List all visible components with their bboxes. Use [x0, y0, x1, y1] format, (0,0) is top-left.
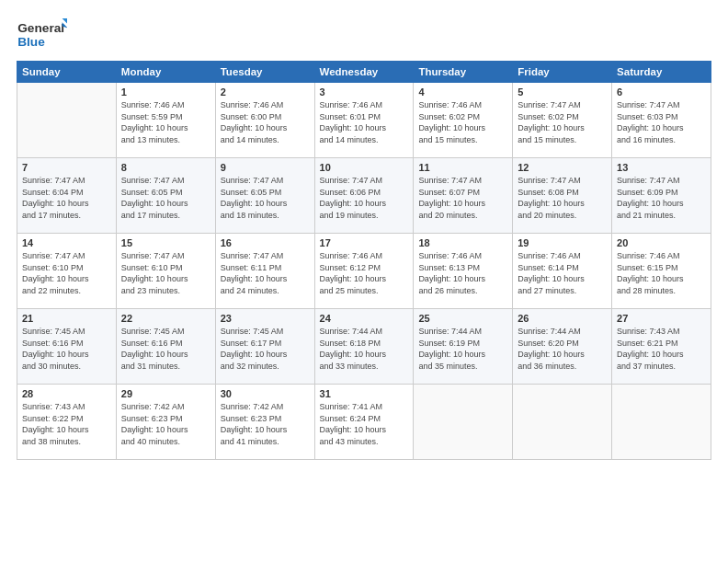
- calendar-cell: 21Sunrise: 7:45 AM Sunset: 6:16 PM Dayli…: [17, 309, 117, 385]
- day-info: Sunrise: 7:46 AM Sunset: 5:59 PM Dayligh…: [121, 99, 210, 145]
- calendar-cell: 7Sunrise: 7:47 AM Sunset: 6:04 PM Daylig…: [17, 158, 117, 234]
- day-header-tuesday: Tuesday: [215, 62, 314, 83]
- day-info: Sunrise: 7:47 AM Sunset: 6:04 PM Dayligh…: [22, 175, 111, 221]
- day-number: 15: [121, 237, 210, 248]
- day-info: Sunrise: 7:47 AM Sunset: 6:09 PM Dayligh…: [617, 175, 706, 221]
- calendar-cell: 3Sunrise: 7:46 AM Sunset: 6:01 PM Daylig…: [314, 83, 414, 158]
- day-info: Sunrise: 7:47 AM Sunset: 6:08 PM Dayligh…: [518, 175, 607, 221]
- calendar-cell: [414, 385, 513, 460]
- calendar-cell: 18Sunrise: 7:46 AM Sunset: 6:13 PM Dayli…: [414, 234, 513, 309]
- calendar: SundayMondayTuesdayWednesdayThursdayFrid…: [17, 61, 711, 460]
- calendar-cell: 19Sunrise: 7:46 AM Sunset: 6:14 PM Dayli…: [513, 234, 612, 309]
- calendar-cell: 17Sunrise: 7:46 AM Sunset: 6:12 PM Dayli…: [314, 234, 414, 309]
- day-number: 1: [121, 86, 210, 98]
- day-info: Sunrise: 7:46 AM Sunset: 6:00 PM Dayligh…: [221, 99, 310, 145]
- day-number: 2: [221, 86, 310, 98]
- day-number: 27: [617, 313, 706, 324]
- calendar-cell: 15Sunrise: 7:47 AM Sunset: 6:10 PM Dayli…: [116, 234, 215, 309]
- day-number: 16: [221, 237, 310, 248]
- day-info: Sunrise: 7:47 AM Sunset: 6:07 PM Dayligh…: [418, 175, 507, 221]
- day-number: 18: [418, 237, 507, 248]
- week-row-3: 14Sunrise: 7:47 AM Sunset: 6:10 PM Dayli…: [17, 234, 711, 309]
- day-info: Sunrise: 7:46 AM Sunset: 6:15 PM Dayligh…: [617, 250, 706, 296]
- day-number: 19: [518, 237, 607, 248]
- calendar-cell: 12Sunrise: 7:47 AM Sunset: 6:08 PM Dayli…: [513, 158, 612, 234]
- day-number: 28: [22, 388, 111, 399]
- calendar-cell: 16Sunrise: 7:47 AM Sunset: 6:11 PM Dayli…: [215, 234, 314, 309]
- day-info: Sunrise: 7:47 AM Sunset: 6:10 PM Dayligh…: [121, 250, 210, 296]
- page: General Blue SundayMondayTuesdayWednesda…: [0, 0, 728, 563]
- day-info: Sunrise: 7:42 AM Sunset: 6:23 PM Dayligh…: [221, 401, 310, 447]
- day-info: Sunrise: 7:42 AM Sunset: 6:23 PM Dayligh…: [121, 401, 210, 447]
- day-number: 30: [221, 388, 310, 399]
- day-number: 21: [22, 313, 111, 324]
- day-info: Sunrise: 7:44 AM Sunset: 6:18 PM Dayligh…: [320, 326, 409, 372]
- calendar-cell: [513, 385, 612, 460]
- calendar-cell: 30Sunrise: 7:42 AM Sunset: 6:23 PM Dayli…: [215, 385, 314, 460]
- calendar-cell: 27Sunrise: 7:43 AM Sunset: 6:21 PM Dayli…: [612, 309, 711, 385]
- day-info: Sunrise: 7:45 AM Sunset: 6:16 PM Dayligh…: [22, 326, 111, 372]
- calendar-cell: 6Sunrise: 7:47 AM Sunset: 6:03 PM Daylig…: [612, 83, 711, 158]
- day-number: 6: [617, 86, 706, 98]
- day-info: Sunrise: 7:47 AM Sunset: 6:05 PM Dayligh…: [121, 175, 210, 221]
- header-row: SundayMondayTuesdayWednesdayThursdayFrid…: [17, 62, 711, 83]
- calendar-cell: 26Sunrise: 7:44 AM Sunset: 6:20 PM Dayli…: [513, 309, 612, 385]
- calendar-cell: 13Sunrise: 7:47 AM Sunset: 6:09 PM Dayli…: [612, 158, 711, 234]
- calendar-cell: [612, 385, 711, 460]
- day-number: 29: [121, 388, 210, 399]
- calendar-cell: 4Sunrise: 7:46 AM Sunset: 6:02 PM Daylig…: [414, 83, 513, 158]
- day-number: 23: [221, 313, 310, 324]
- day-info: Sunrise: 7:46 AM Sunset: 6:13 PM Dayligh…: [418, 250, 507, 296]
- calendar-cell: 20Sunrise: 7:46 AM Sunset: 6:15 PM Dayli…: [612, 234, 711, 309]
- calendar-cell: 5Sunrise: 7:47 AM Sunset: 6:02 PM Daylig…: [513, 83, 612, 158]
- week-row-2: 7Sunrise: 7:47 AM Sunset: 6:04 PM Daylig…: [17, 158, 711, 234]
- day-info: Sunrise: 7:47 AM Sunset: 6:11 PM Dayligh…: [221, 250, 310, 296]
- logo-svg: General Blue: [17, 17, 67, 53]
- day-info: Sunrise: 7:44 AM Sunset: 6:19 PM Dayligh…: [418, 326, 507, 372]
- day-info: Sunrise: 7:44 AM Sunset: 6:20 PM Dayligh…: [518, 326, 607, 372]
- calendar-cell: 8Sunrise: 7:47 AM Sunset: 6:05 PM Daylig…: [116, 158, 215, 234]
- day-info: Sunrise: 7:45 AM Sunset: 6:17 PM Dayligh…: [221, 326, 310, 372]
- day-info: Sunrise: 7:43 AM Sunset: 6:21 PM Dayligh…: [617, 326, 706, 372]
- day-info: Sunrise: 7:47 AM Sunset: 6:05 PM Dayligh…: [221, 175, 310, 221]
- day-info: Sunrise: 7:47 AM Sunset: 6:06 PM Dayligh…: [320, 175, 409, 221]
- day-header-saturday: Saturday: [612, 62, 711, 83]
- week-row-4: 21Sunrise: 7:45 AM Sunset: 6:16 PM Dayli…: [17, 309, 711, 385]
- day-number: 13: [617, 162, 706, 173]
- calendar-cell: 14Sunrise: 7:47 AM Sunset: 6:10 PM Dayli…: [17, 234, 117, 309]
- day-number: 12: [518, 162, 607, 173]
- week-row-1: 1Sunrise: 7:46 AM Sunset: 5:59 PM Daylig…: [17, 83, 711, 158]
- day-number: 9: [221, 162, 310, 173]
- day-info: Sunrise: 7:41 AM Sunset: 6:24 PM Dayligh…: [320, 401, 409, 447]
- calendar-cell: 31Sunrise: 7:41 AM Sunset: 6:24 PM Dayli…: [314, 385, 414, 460]
- svg-text:General: General: [17, 21, 64, 35]
- day-number: 8: [121, 162, 210, 173]
- day-number: 20: [617, 237, 706, 248]
- calendar-cell: 1Sunrise: 7:46 AM Sunset: 5:59 PM Daylig…: [116, 83, 215, 158]
- calendar-cell: 11Sunrise: 7:47 AM Sunset: 6:07 PM Dayli…: [414, 158, 513, 234]
- day-number: 5: [518, 86, 607, 98]
- day-header-sunday: Sunday: [17, 62, 117, 83]
- day-info: Sunrise: 7:46 AM Sunset: 6:01 PM Dayligh…: [320, 99, 409, 145]
- day-header-friday: Friday: [513, 62, 612, 83]
- day-number: 17: [320, 237, 409, 248]
- day-number: 24: [320, 313, 409, 324]
- day-info: Sunrise: 7:45 AM Sunset: 6:16 PM Dayligh…: [121, 326, 210, 372]
- day-info: Sunrise: 7:46 AM Sunset: 6:14 PM Dayligh…: [518, 250, 607, 296]
- day-number: 26: [518, 313, 607, 324]
- calendar-cell: 22Sunrise: 7:45 AM Sunset: 6:16 PM Dayli…: [116, 309, 215, 385]
- day-number: 7: [22, 162, 111, 173]
- svg-text:Blue: Blue: [17, 35, 45, 49]
- day-number: 11: [418, 162, 507, 173]
- day-info: Sunrise: 7:46 AM Sunset: 6:12 PM Dayligh…: [320, 250, 409, 296]
- day-info: Sunrise: 7:43 AM Sunset: 6:22 PM Dayligh…: [22, 401, 111, 447]
- calendar-cell: 2Sunrise: 7:46 AM Sunset: 6:00 PM Daylig…: [215, 83, 314, 158]
- day-header-monday: Monday: [116, 62, 215, 83]
- calendar-cell: 9Sunrise: 7:47 AM Sunset: 6:05 PM Daylig…: [215, 158, 314, 234]
- day-number: 22: [121, 313, 210, 324]
- day-info: Sunrise: 7:47 AM Sunset: 6:03 PM Dayligh…: [617, 99, 706, 145]
- day-info: Sunrise: 7:46 AM Sunset: 6:02 PM Dayligh…: [418, 99, 507, 145]
- day-number: 25: [418, 313, 507, 324]
- calendar-cell: 25Sunrise: 7:44 AM Sunset: 6:19 PM Dayli…: [414, 309, 513, 385]
- day-number: 10: [320, 162, 409, 173]
